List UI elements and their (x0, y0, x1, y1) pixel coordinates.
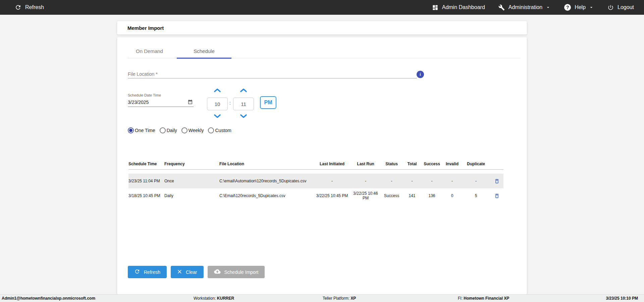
radio-weekly[interactable]: Weekly (181, 127, 204, 133)
cell-total: 141 (403, 193, 421, 198)
minute-value[interactable]: 11 (233, 98, 254, 110)
chevron-down-icon (545, 5, 551, 10)
help-icon: ? (564, 4, 571, 11)
fi-value: Hometown Financial XP (464, 296, 509, 301)
col-header-status: Status (380, 162, 403, 166)
administration-menu[interactable]: Administration (498, 4, 551, 11)
workstation-label: Workstation: (194, 296, 217, 301)
teller-platform-value: XP (351, 296, 356, 301)
radio-daily-control[interactable] (160, 127, 166, 133)
cell-success: - (421, 179, 442, 183)
schedule-date-time-label: Schedule Date Time (128, 93, 161, 97)
page-title: Member Import (127, 25, 164, 31)
hour-down-icon[interactable] (213, 114, 221, 120)
file-location-input[interactable]: File Location * (128, 70, 417, 78)
schedule-date-value: 3/23/2025 (128, 100, 149, 105)
col-header-duplicate: Duplicate (462, 162, 490, 166)
col-header-schedule-time: Schedule Time (128, 162, 164, 166)
table-row[interactable]: 3/18/25 10:45 PM Daily C:\Email\120recor… (128, 188, 503, 203)
cell-status: Success (380, 193, 403, 198)
radio-weekly-label: Weekly (189, 128, 204, 133)
power-icon (607, 4, 614, 11)
table-row[interactable]: 3/23/25 11:04 PM Once C:\email\Automatio… (128, 174, 503, 188)
cell-duplicate: 5 (462, 193, 490, 198)
teller-platform-label: Teller Platform: (323, 296, 351, 301)
cloud-upload-icon (214, 269, 221, 275)
col-header-total: Total (403, 162, 421, 166)
cell-last-run: - (351, 179, 380, 183)
delete-row-button[interactable] (494, 178, 500, 184)
frequency-radio-group: One Time Daily Weekly Custom (128, 127, 231, 133)
status-datetime: 3/23/25 10:10 PM (606, 295, 638, 302)
radio-custom[interactable]: Custom (208, 127, 231, 133)
cell-last-initiated: - (313, 179, 351, 183)
help-menu[interactable]: ? Help (564, 4, 594, 11)
admin-dashboard-label: Admin Dashboard (442, 4, 485, 10)
cell-schedule-time: 3/23/25 11:04 PM (128, 179, 164, 183)
refresh-icon (134, 268, 140, 276)
status-bar: Admin1@hometownfinancialxp.onmicrosoft.c… (0, 294, 644, 302)
tab-on-demand[interactable]: On Demand (122, 44, 177, 58)
chevron-down-icon (589, 5, 594, 10)
teller-platform-info: Teller Platform: XP (323, 295, 356, 302)
radio-one-time[interactable]: One Time (128, 127, 155, 133)
col-header-last-initiated: Last Initiated (313, 162, 351, 166)
cell-total: - (403, 179, 421, 183)
logged-in-user: Admin1@hometownfinancialxp.onmicrosoft.c… (2, 295, 95, 302)
refresh-icon (15, 4, 21, 11)
tab-bar: On Demand Schedule (122, 44, 231, 58)
calendar-icon[interactable] (187, 99, 193, 106)
action-button-row: Refresh Clear Schedule Import (128, 266, 265, 278)
delete-row-button[interactable] (494, 193, 500, 199)
cell-last-run: 3/22/25 10:46 PM (351, 191, 380, 200)
administration-label: Administration (508, 4, 542, 10)
col-header-success: Success (421, 162, 442, 166)
clear-button-label: Clear (186, 269, 197, 275)
cell-status: - (380, 179, 403, 183)
topbar-refresh-label: Refresh (25, 4, 44, 10)
minute-stepper: 11 (233, 88, 254, 120)
fi-info: FI: Hometown Financial XP (458, 295, 509, 302)
dashboard-icon (432, 4, 438, 11)
meridiem-toggle[interactable]: PM (260, 96, 276, 109)
help-label: Help (575, 4, 586, 10)
time-colon: : (229, 100, 231, 106)
admin-dashboard-menu[interactable]: Admin Dashboard (432, 4, 485, 11)
col-header-file-location: File Location (219, 162, 313, 166)
refresh-button[interactable]: Refresh (128, 266, 167, 278)
minute-down-icon[interactable] (239, 114, 248, 120)
col-header-last-run: Last Run (351, 162, 380, 166)
workstation-value: KURRER (217, 296, 234, 301)
logout-button[interactable]: Logout (607, 4, 634, 11)
schedule-import-button[interactable]: Schedule Import (208, 266, 265, 278)
workstation-info: Workstation: KURRER (194, 295, 234, 302)
wrench-icon (498, 4, 505, 11)
topbar-refresh-button[interactable]: Refresh (15, 4, 44, 11)
schedule-date-input[interactable]: 3/23/2025 (128, 98, 194, 107)
clear-button[interactable]: Clear (171, 266, 203, 278)
logout-label: Logout (618, 4, 634, 10)
info-icon[interactable]: i (417, 71, 424, 78)
trash-icon (494, 180, 500, 185)
cell-file-location: C:\email\Automation\120records_5Dupicate… (219, 179, 313, 183)
cell-last-initiated: 3/22/25 10:45 PM (313, 193, 351, 198)
schedule-import-button-label: Schedule Import (224, 269, 259, 275)
hour-value[interactable]: 10 (207, 98, 228, 110)
tab-schedule[interactable]: Schedule (177, 44, 231, 58)
schedule-table: Schedule Time Frequency File Location La… (128, 159, 503, 203)
table-header-row: Schedule Time Frequency File Location La… (128, 159, 503, 170)
radio-daily-label: Daily (167, 128, 177, 133)
radio-one-time-label: One Time (135, 128, 155, 133)
file-location-placeholder: File Location * (128, 71, 158, 77)
col-header-frequency: Frequency (164, 162, 219, 166)
radio-weekly-control[interactable] (181, 127, 187, 133)
radio-one-time-control[interactable] (128, 127, 134, 133)
radio-custom-label: Custom (215, 128, 231, 133)
radio-daily[interactable]: Daily (160, 127, 177, 133)
minute-up-icon[interactable] (239, 88, 248, 94)
hour-up-icon[interactable] (213, 88, 221, 94)
cell-success: 136 (421, 193, 442, 198)
refresh-button-label: Refresh (144, 269, 160, 275)
top-bar: Refresh Admin Dashboard Administration ?… (0, 0, 644, 15)
radio-custom-control[interactable] (208, 127, 214, 133)
